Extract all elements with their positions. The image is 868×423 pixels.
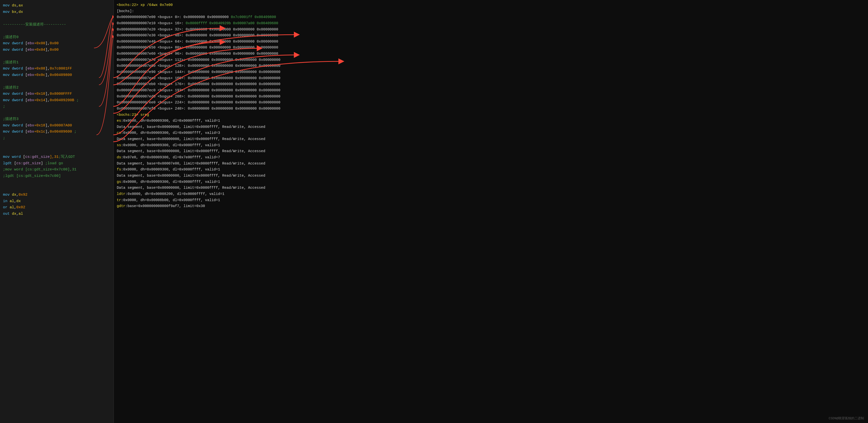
code-line: mov dword [ebx+0x10],0x8000FFFF xyxy=(3,91,111,97)
terminal-line: [bochs]: xyxy=(117,8,865,14)
terminal-line: tr:0x0000, dh=0x00008b00, dl=0x0000ffff,… xyxy=(117,197,865,203)
terminal-line: <bochs:22> xp /64wx 0x7e00 xyxy=(117,2,865,8)
terminal-line: Data segment, base=0x00000000, limit=0x0… xyxy=(117,185,865,191)
terminal-line: 0x0000000000007ee0 <bogus+ 224>: 0x00000… xyxy=(117,99,865,105)
terminal-line: fs:0x0000, dh=0x00009300, dl=0x0000ffff,… xyxy=(117,167,865,173)
terminal-line: Data segment, base=0x00000000, limit=0x0… xyxy=(117,124,865,130)
terminal-line: Data segment, base=0x00000000, limit=0x0… xyxy=(117,136,865,142)
terminal-line: 0x0000000000007ef0 <bogus+ 240>: 0x00000… xyxy=(117,105,865,112)
terminal-line: 0x0000000000007e40 <bogus+ 64>: 0x000000… xyxy=(117,38,865,45)
code-line: mov dword [ebx+0x14],0x00409200B ; xyxy=(3,97,111,104)
code-line: mov bx,dx xyxy=(3,9,111,16)
terminal-line: gs:0x0000, dh=0x00009300, dl=0x0000ffff,… xyxy=(117,179,865,185)
terminal-line: 0x0000000000007e30 <bogus+ 48>: 0x000000… xyxy=(117,32,865,38)
terminal-line: 0x0000000000007e50 <bogus+ 80>: 0x000000… xyxy=(117,44,865,51)
terminal-line: es:0x0000, dh=0x00009300, dl=0x0000ffff,… xyxy=(117,118,865,124)
code-line: ;描述符0 xyxy=(3,34,111,40)
code-line: mov word [cs:gdt_size],31;写入GDT xyxy=(3,154,111,160)
terminal-line: 0x0000000000007ec0 <bogus+ 192>: 0x00000… xyxy=(117,87,865,93)
terminal-line: 0x0000000000007e20 <bogus+ 32>: 0x000000… xyxy=(117,27,865,33)
terminal-line: 0x0000000000007e80 <bogus+ 128>: 0x00000… xyxy=(117,63,865,69)
terminal-line: gdtr:base=0x000000000000f9af7, limit=0x3… xyxy=(117,203,865,209)
terminal-line: Data segment, base=0x00000000, limit=0x0… xyxy=(117,173,865,179)
code-line xyxy=(3,110,111,116)
code-line: or al,0x02 xyxy=(3,204,111,211)
terminal-output: <bochs:22> xp /64wx 0x7e00[bochs]:0x0000… xyxy=(117,2,865,209)
code-line xyxy=(3,179,111,185)
terminal-line: Data segment, base=0x00000000, limit=0x0… xyxy=(117,148,865,154)
terminal-line: ldtr:0x0000, dh=0x00008200, dl=0x0000fff… xyxy=(117,191,865,197)
terminal-line: 0x0000000000007e60 <bogus+ 96>: 0x000000… xyxy=(117,51,865,57)
code-line: ;描述符2 xyxy=(3,85,111,91)
code-line: ;描述符3 xyxy=(3,116,111,122)
left-panel: mov ds,axmov bx,dx ----------安装描述符------… xyxy=(0,0,114,423)
code-line xyxy=(3,15,111,22)
code-line: mov dword [ebx+0x0c],0x00409800 xyxy=(3,72,111,79)
terminal-line: ss:0x0000, dh=0x00009300, dl=0x0000ffff,… xyxy=(117,142,865,148)
code-line: ; xyxy=(3,135,111,142)
code-line: ; xyxy=(3,103,111,110)
code-line xyxy=(3,28,111,34)
code-line: mov dword [ebx+0x1c],0x00409600 ; xyxy=(3,129,111,135)
terminal-line: 0x0000000000007ea0 <bogus+ 160>: 0x00000… xyxy=(117,75,865,81)
code-line: out dx,al xyxy=(3,211,111,217)
code-line: mov dx,0x92 xyxy=(3,192,111,198)
code-line xyxy=(3,185,111,192)
terminal-line: 0x0000000000007ed0 <bogus+ 208>: 0x00000… xyxy=(117,93,865,100)
code-line: mov dword [ebx+0x04],0x00 xyxy=(3,47,111,53)
terminal-line: Data segment, base=0x00007e00, limit=0x0… xyxy=(117,160,865,167)
code-line xyxy=(3,141,111,148)
code-line: ;描述符1 xyxy=(3,59,111,66)
code-line: in al,dx xyxy=(3,198,111,205)
terminal-line: 0x0000000000007eb0 <bogus+ 176>: 0x00000… xyxy=(117,81,865,87)
terminal-line: 0x0000000000007e10 <bogus+ 16>: 0x8000ff… xyxy=(117,20,865,27)
terminal-line: ds:0x07e0, dh=0x00009300, dl=0x7e00ffff,… xyxy=(117,154,865,160)
code-line: ;mov word [cs:gdt_size+0x7c00],31 xyxy=(3,167,111,173)
code-line: mov dword [ebx+0x08],0x7c0001FF xyxy=(3,65,111,72)
code-line xyxy=(3,53,111,59)
terminal-line: <bochs:23> sreg xyxy=(117,112,865,118)
assembly-code: mov ds,axmov bx,dx ----------安装描述符------… xyxy=(3,2,111,217)
watermark: CSDN@眺望孤独的二进制 xyxy=(829,416,864,421)
code-line: lgdt [cs:gdt_size] ;load go xyxy=(3,160,111,167)
code-line xyxy=(3,78,111,85)
code-line: ;lgdt [cs:gdt_size+0x7c00] xyxy=(3,173,111,179)
code-line: mov ds,ax xyxy=(3,2,111,9)
terminal-line: cs:0x0000, dh=0x00009300, dl=0x0000ffff,… xyxy=(117,130,865,136)
code-line: mov dword [ebx+0x00],0x00 xyxy=(3,40,111,47)
code-line xyxy=(3,148,111,154)
right-panel: <bochs:22> xp /64wx 0x7e00[bochs]:0x0000… xyxy=(114,0,868,423)
code-line: ----------安装描述符---------- xyxy=(3,22,111,28)
terminal-line: 0x0000000000007e70 <bogus+ 112>: 0x00000… xyxy=(117,57,865,63)
terminal-line: 0x0000000000007e00 <bogus+ 0>: 0x0000000… xyxy=(117,14,865,20)
code-line: mov dword [ebx+0x18],0x00007A00 xyxy=(3,122,111,129)
terminal-line: 0x0000000000007e90 <bogus+ 144>: 0x00000… xyxy=(117,69,865,75)
